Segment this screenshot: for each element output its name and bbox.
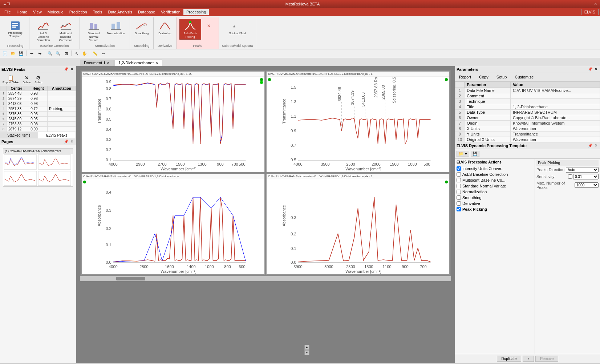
spectrum-top-left-handle[interactable]: [260, 78, 263, 81]
toolbar-pan[interactable]: ✋: [81, 50, 88, 57]
tab-document1[interactable]: Document 1 ✕: [80, 60, 114, 66]
dpt-action-check-normalization[interactable]: [457, 190, 461, 194]
elvis-peaks-close[interactable]: ✕: [69, 67, 74, 72]
tab-dichloroethane-close[interactable]: ✕: [155, 61, 158, 65]
pages-title: Pages: [1, 139, 13, 144]
spectrum-top-right-handle-right[interactable]: [445, 78, 448, 81]
dpt-action-check-multipoint-baseline[interactable]: [457, 178, 461, 182]
menu-prediction[interactable]: Prediction: [66, 9, 90, 15]
dpt-direction-select[interactable]: Auto Positive Negative: [566, 167, 599, 173]
peaks-col-height[interactable]: Height: [29, 86, 48, 91]
setup-peaks-btn[interactable]: ⚙ Setup: [33, 74, 43, 85]
ribbon-btn-auto-peak[interactable]: Auto Peak Picking: [179, 19, 201, 40]
spectrum-top-right-handle-left[interactable]: [268, 78, 271, 81]
pages-pin[interactable]: 📌: [64, 139, 69, 144]
toolbar-measure[interactable]: 📏: [92, 50, 99, 57]
ribbon-btn-processing-template-label: Processing Template: [6, 32, 24, 38]
ribbon-btn-smoothing[interactable]: Smoothing: [133, 19, 150, 36]
tab-dichloroethane[interactable]: 1,2-Dichloroethane* ✕: [114, 60, 162, 66]
title-bar-close[interactable]: ✕: [594, 2, 597, 6]
dpt-close[interactable]: ✕: [593, 143, 599, 148]
dpt-action-check-smoothing[interactable]: [457, 195, 461, 200]
elvis-peaks-pin[interactable]: 📌: [64, 67, 69, 72]
dpt-folder-btn[interactable]: 📁 ▼: [457, 151, 469, 157]
peaks-col-center[interactable]: Center ↓: [7, 86, 29, 91]
table-row[interactable]: 3 3413.03 0.98: [0, 101, 76, 106]
table-row[interactable]: 1 3834.48 0.98: [0, 91, 76, 96]
table-row[interactable]: 7 2753.38 0.98: [0, 121, 76, 126]
table-row[interactable]: 2 3674.39 0.98: [0, 96, 76, 101]
params-tab-copy[interactable]: Copy: [477, 74, 491, 80]
peak-center: 2957.83: [7, 106, 29, 111]
title-bar-minimize[interactable]: 🗕: [3, 2, 6, 6]
page-thumb-1[interactable]: (1) C:/A-IR-UV-VIS-RAMAN/converters: [3, 148, 73, 187]
spectrum-top-left-handle2[interactable]: [260, 81, 263, 84]
toolbar-undo[interactable]: ↩: [28, 50, 35, 57]
delete-peak-btn[interactable]: ✕ Delete: [21, 74, 32, 85]
svg-text:1500: 1500: [176, 162, 185, 166]
ribbon-btn-subtract-add[interactable]: ± Subtract/Add: [227, 19, 247, 36]
toolbar-annotate[interactable]: ✏: [100, 50, 107, 57]
table-row[interactable]: 4 2957.83 0.72 Rocking,: [0, 106, 76, 111]
dpt-action-check-asls-baseline[interactable]: [457, 172, 461, 177]
dpt-pin[interactable]: 📌: [588, 143, 593, 148]
center-area[interactable]: C:/A-IR-UV-VIS-RAMAN/converters/J...DX-I…: [76, 66, 455, 363]
menu-processing[interactable]: Processing: [183, 9, 209, 15]
dpt-save-btn[interactable]: 💾: [471, 151, 479, 157]
tab-elvis-peaks[interactable]: ELVIS Peaks: [38, 132, 76, 138]
title-bar-maximize[interactable]: 🗖: [7, 2, 10, 6]
scroll-up[interactable]: ▲: [304, 345, 309, 350]
ribbon-btn-processing-template[interactable]: Processing Template: [4, 19, 26, 39]
toolbar-save[interactable]: 💾: [17, 50, 25, 57]
table-row[interactable]: 8 2679.12 0.99: [0, 126, 76, 132]
params-tab-customize[interactable]: Customize: [512, 74, 536, 80]
dpt-action-check-peak-picking[interactable]: [457, 207, 461, 211]
menu-elvis[interactable]: ELVIS: [581, 9, 599, 15]
menu-data-analysis[interactable]: Data Analysis: [105, 9, 135, 15]
toolbar-zoom-in[interactable]: 🔍: [46, 50, 54, 57]
pages-close[interactable]: ✕: [69, 139, 74, 144]
report-table-btn[interactable]: 📋 Report Table: [1, 74, 20, 85]
spectrum-bottom-left-handle[interactable]: [83, 181, 86, 183]
dpt-action-check-intensity-units[interactable]: [457, 166, 461, 171]
ribbon-btn-multipoint[interactable]: Multipoint Baseline Correction: [55, 19, 77, 43]
menu-home[interactable]: Home: [14, 9, 30, 15]
dpt-up-btn[interactable]: ↑: [523, 356, 534, 362]
menu-tools[interactable]: Tools: [90, 9, 105, 15]
params-tab-report[interactable]: Report: [457, 74, 474, 80]
peak-annotation: [47, 91, 76, 96]
scroll-down[interactable]: ▼: [304, 350, 309, 355]
dpt-duplicate-btn[interactable]: Duplicate: [497, 356, 522, 362]
toolbar-zoom-out[interactable]: 🔍: [54, 50, 62, 57]
ribbon-btn-snv[interactable]: Standard Normal Variate: [83, 19, 105, 43]
menu-verification[interactable]: Verification: [158, 9, 183, 15]
ribbon-btn-asls[interactable]: AsLS Baseline Correction: [32, 19, 54, 43]
toolbar-select[interactable]: ↖: [73, 50, 80, 57]
params-pin[interactable]: 📌: [588, 67, 593, 72]
dpt-sensitivity-check[interactable]: [568, 174, 572, 179]
dpt-remove-btn[interactable]: Remove: [535, 356, 558, 362]
dpt-max-peaks-select[interactable]: 1000: [575, 182, 599, 188]
menu-file[interactable]: File: [1, 9, 14, 15]
dpt-action-check-derivative[interactable]: [457, 201, 461, 206]
toolbar-open[interactable]: 📂: [9, 50, 17, 57]
table-row[interactable]: 6 2845.00 0.95: [0, 116, 76, 121]
ribbon-btn-peaks-close[interactable]: ✕: [202, 19, 216, 33]
menu-database[interactable]: Database: [135, 9, 158, 15]
params-close[interactable]: ✕: [593, 67, 599, 72]
menu-view[interactable]: View: [30, 9, 45, 15]
dpt-action-check-standard-normal[interactable]: [457, 184, 461, 188]
menu-molecule[interactable]: Molecule: [45, 9, 66, 15]
dpt-sensitivity-select[interactable]: 0.31: [573, 174, 599, 179]
toolbar-redo[interactable]: ↪: [36, 50, 43, 57]
params-tab-setup[interactable]: Setup: [494, 74, 510, 80]
page-thumb-1-title: (1) C:/A-IR-UV-VIS-RAMAN/converters: [3, 149, 73, 154]
toolbar-new[interactable]: 📄: [1, 50, 9, 57]
ribbon-btn-normalization[interactable]: Normalization: [105, 19, 127, 36]
table-row[interactable]: 5 2875.86 0.93: [0, 111, 76, 116]
spectrum-bottom-right-handle[interactable]: [445, 181, 448, 183]
tab-stacked-items[interactable]: Stacked Items: [0, 132, 38, 138]
ribbon-btn-derivative[interactable]: Derivative: [157, 19, 173, 36]
toolbar-fit[interactable]: ⊡: [62, 50, 70, 57]
h-scrollbar[interactable]: [80, 276, 451, 281]
